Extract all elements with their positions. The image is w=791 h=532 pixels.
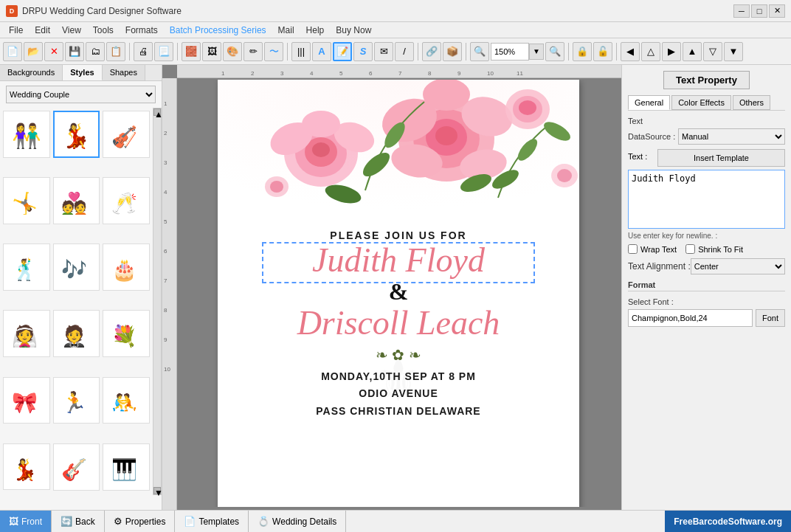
tab-wedding-details[interactable]: 💍 Wedding Details [249, 511, 346, 532]
svg-point-37 [519, 100, 536, 115]
left-tab-row: Backgrounds Styles Shapes [0, 65, 162, 81]
datasource-select[interactable]: Manual CSV File Excel File [678, 128, 785, 145]
zoom-control[interactable]: 150% ▼ [491, 43, 544, 61]
scroll-down[interactable]: ▼ [153, 487, 161, 494]
tab-templates[interactable]: 📄 Templates [175, 511, 249, 532]
shape-item-3[interactable]: 🎻 [103, 111, 150, 158]
tab-shapes[interactable]: Shapes [103, 65, 145, 80]
scroll-up[interactable]: ▲ [153, 108, 161, 116]
canvas-card[interactable]: ⚜ PLEASE JOIN US FOR Judith Floyd & Dris… [218, 80, 579, 507]
tab-properties[interactable]: ⚙ Properties [105, 511, 176, 532]
tb-barcode[interactable]: ||| [291, 42, 311, 61]
menu-mail[interactable]: Mail [272, 24, 300, 37]
tb-close[interactable]: ✕ [44, 42, 63, 61]
tab-backgrounds[interactable]: Backgrounds [0, 65, 63, 80]
tab-general[interactable]: General [628, 95, 670, 110]
shape-item-8[interactable]: 🎶 [53, 243, 100, 291]
shape-item-9[interactable]: 🎂 [103, 243, 150, 291]
tb-img2[interactable]: 🖼 [202, 42, 221, 61]
font-input[interactable] [628, 309, 753, 327]
font-button[interactable]: Font [756, 309, 785, 327]
shape-item-14[interactable]: 🏃 [53, 377, 100, 424]
shape-item-12[interactable]: 💐 [103, 310, 150, 357]
tb-arrow-up1[interactable]: △ [641, 42, 660, 61]
menu-tools[interactable]: Tools [87, 24, 120, 37]
tab-back[interactable]: 🔄 Back [52, 511, 105, 532]
menu-file[interactable]: File [3, 24, 29, 37]
shape-item-10[interactable]: 👰 [3, 310, 50, 357]
card-name2[interactable]: Driscoll Leach [297, 305, 500, 341]
tb-open-folder[interactable]: 📂 [24, 42, 43, 61]
tb-envelope[interactable]: ✉ [374, 42, 393, 61]
category-dropdown[interactable]: Wedding Couple Rings Hearts [6, 86, 156, 103]
tb-wave[interactable]: 〜 [264, 42, 283, 61]
menu-help[interactable]: Help [300, 24, 331, 37]
wrap-text-checkbox[interactable] [628, 244, 638, 254]
zoom-input[interactable]: 150% [491, 43, 529, 61]
zoom-dropdown-btn[interactable]: ▼ [529, 44, 544, 60]
shape-item-15[interactable]: 🤼 [103, 377, 150, 424]
shape-item-16[interactable]: 💃 [3, 443, 50, 491]
window-controls[interactable]: ─ □ ✕ [733, 4, 785, 18]
tab-styles[interactable]: Styles [63, 65, 102, 80]
tb-clip2[interactable]: 📦 [443, 42, 462, 61]
tb-print2[interactable]: 📃 [154, 42, 173, 61]
shape-item-13[interactable]: 🎀 [3, 377, 50, 424]
tb-clip1[interactable]: 🔗 [422, 42, 441, 61]
card-name1[interactable]: Judith Floyd [312, 243, 485, 278]
shape-item-2[interactable]: 💃 [53, 111, 100, 158]
tb-zoom-in[interactable]: 🔍 [470, 42, 489, 61]
tab-front[interactable]: 🖼 Front [0, 511, 52, 532]
text-area[interactable]: Judith Floyd [628, 170, 785, 229]
menu-view[interactable]: View [56, 24, 87, 37]
menu-edit[interactable]: Edit [29, 24, 56, 37]
menu-buynow[interactable]: Buy Now [330, 24, 377, 37]
shape-item-18[interactable]: 🎹 [103, 443, 150, 491]
tb-img1[interactable]: 🧱 [182, 42, 201, 61]
tab-color-effects[interactable]: Color Effects [671, 95, 731, 110]
tb-arrow-left[interactable]: ◀ [621, 42, 640, 61]
shape-item-17[interactable]: 🎸 [53, 443, 100, 491]
scrollbar-v[interactable]: ▲ ▼ [153, 108, 162, 495]
wrap-text-item[interactable]: Wrap Text [628, 244, 677, 254]
tb-save2[interactable]: 🗂 [86, 42, 105, 61]
tb-textbox[interactable]: 📝 [333, 42, 352, 61]
shape-item-1[interactable]: 👫 [3, 111, 50, 158]
shape-item-6[interactable]: 🥂 [103, 177, 150, 224]
svg-text:🎹: 🎹 [111, 457, 137, 482]
tb-arrow-right[interactable]: ▶ [662, 42, 681, 61]
tb-new[interactable]: 📄 [3, 42, 22, 61]
menu-batch[interactable]: Batch Processing Series [164, 24, 272, 37]
shrink-fit-checkbox[interactable] [685, 244, 695, 254]
close-btn[interactable]: ✕ [769, 4, 785, 18]
shape-item-5[interactable]: 💑 [53, 177, 100, 224]
tab-others[interactable]: Others [733, 95, 770, 110]
tb-arrow-down1[interactable]: ▽ [703, 42, 722, 61]
maximize-btn[interactable]: □ [751, 4, 767, 18]
align-select[interactable]: Left Center Right Justify [691, 258, 785, 274]
shape-item-4[interactable]: 🤸 [3, 177, 50, 224]
tb-lock2[interactable]: 🔓 [593, 42, 612, 61]
tb-pen[interactable]: ✏ [243, 42, 263, 61]
shape-item-11[interactable]: 🤵 [53, 310, 100, 357]
tb-lock1[interactable]: 🔒 [573, 42, 592, 61]
format-section-label: Format [628, 280, 785, 291]
ruler-vertical: 1 2 3 4 5 6 7 8 9 10 [162, 78, 177, 510]
tb-line[interactable]: / [395, 42, 414, 61]
tb-text[interactable]: A [312, 42, 331, 61]
svg-text:💐: 💐 [111, 324, 137, 348]
shape-item-7[interactable]: 🕺 [3, 243, 50, 291]
shrink-fit-item[interactable]: Shrink To Fit [685, 244, 743, 254]
tb-arrow-down2[interactable]: ▼ [724, 42, 743, 61]
tb-print[interactable]: 🖨 [134, 42, 153, 61]
toolbar: 📄 📂 ✕ 💾 🗂 📋 🖨 📃 🧱 🖼 🎨 ✏ 〜 ||| A 📝 S ✉ / … [0, 38, 791, 65]
tb-s[interactable]: S [353, 42, 373, 61]
tb-arrow-up2[interactable]: ▲ [683, 42, 702, 61]
tb-zoom-out[interactable]: 🔍 [545, 42, 564, 61]
tb-save[interactable]: 💾 [65, 42, 84, 61]
menu-formats[interactable]: Formats [120, 24, 164, 37]
tb-img3[interactable]: 🎨 [223, 42, 242, 61]
insert-template-btn[interactable]: Insert Template [657, 149, 785, 167]
tb-copy[interactable]: 📋 [106, 42, 125, 61]
minimize-btn[interactable]: ─ [733, 4, 750, 18]
